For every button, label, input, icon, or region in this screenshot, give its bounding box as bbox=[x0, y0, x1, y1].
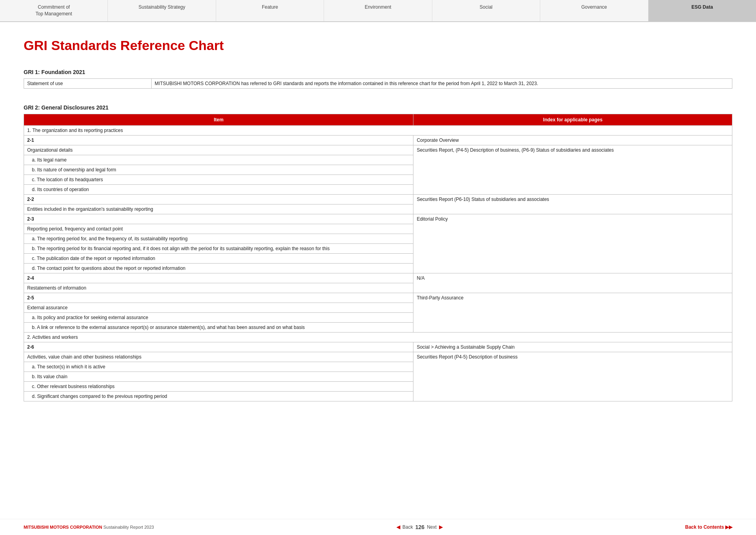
gri1-statement-text: MITSUBISHI MOTORS CORPORATION has referr… bbox=[151, 78, 732, 88]
row-item: 2-4 bbox=[24, 273, 413, 283]
nav-sustainability-strategy[interactable]: Sustainability Strategy bbox=[108, 0, 216, 21]
gri2-col-item-header: Item bbox=[24, 114, 413, 125]
gri1-statement-label: Statement of use bbox=[24, 78, 152, 88]
nav-feature[interactable]: Feature bbox=[216, 0, 324, 21]
report-name: Sustainability Report 2023 bbox=[104, 525, 154, 529]
row-index: Securities Report, (P4-5) Description of… bbox=[413, 145, 732, 194]
gri1-table: Statement of use MITSUBISHI MOTORS CORPO… bbox=[24, 78, 732, 89]
row-item: Reporting period, frequency and contact … bbox=[24, 224, 413, 234]
row-item: External assurance bbox=[24, 303, 413, 312]
nav-esg-data[interactable]: ESG Data bbox=[649, 0, 756, 21]
gri2-col-index-header: Index for applicable pages bbox=[413, 114, 732, 125]
row-item: a. The reporting period for, and the fre… bbox=[24, 234, 413, 243]
table-row: 2-2Securities Report (P6-10) Status of s… bbox=[24, 194, 732, 204]
row-item: d. Its countries of operation bbox=[24, 184, 413, 194]
nav-environment[interactable]: Environment bbox=[324, 0, 432, 21]
nav-commitment[interactable]: Commitment ofTop Management bbox=[0, 0, 108, 21]
row-index: Social > Achieving a Sustainable Supply … bbox=[413, 342, 732, 352]
back-label[interactable]: Back bbox=[402, 524, 413, 530]
row-item: Organizational details bbox=[24, 145, 413, 155]
gri2-table: Item Index for applicable pages 1. The o… bbox=[24, 114, 732, 401]
row-item: 2-5 bbox=[24, 293, 413, 303]
gri1-statement-row: Statement of use MITSUBISHI MOTORS CORPO… bbox=[24, 78, 732, 88]
row-item: b. The reporting period for its financia… bbox=[24, 243, 413, 253]
top-navigation: Commitment ofTop Management Sustainabili… bbox=[0, 0, 756, 22]
table-row: 2. Activities and workers bbox=[24, 332, 732, 342]
table-row: 2-5Third-Party Assurance bbox=[24, 293, 732, 303]
row-index: Corporate Overview bbox=[413, 135, 732, 145]
gri1-section: GRI 1: Foundation 2021 Statement of use … bbox=[24, 69, 732, 89]
row-item: d. Significant changes compared to the p… bbox=[24, 391, 413, 401]
row-item: b. A link or reference to the external a… bbox=[24, 322, 413, 332]
row-item: a. The sector(s) in which it is active bbox=[24, 362, 413, 372]
row-item: 2-1 bbox=[24, 135, 413, 145]
footer-brand: MITSUBISHI MOTORS CORPORATION Sustainabi… bbox=[24, 525, 154, 529]
row-item: 2-6 bbox=[24, 342, 413, 352]
row-index: Editorial Policy bbox=[413, 214, 732, 273]
table-row: 2-6Social > Achieving a Sustainable Supp… bbox=[24, 342, 732, 352]
next-label[interactable]: Next bbox=[427, 524, 437, 530]
row-item: Restatements of information bbox=[24, 283, 413, 293]
gri2-header-row: Item Index for applicable pages bbox=[24, 114, 732, 125]
row-item: a. Its policy and practice for seeking e… bbox=[24, 312, 413, 322]
next-arrow-icon[interactable]: ▶ bbox=[439, 524, 443, 530]
table-row: 2-3Editorial Policy bbox=[24, 214, 732, 224]
row-item: c. Other relevant business relationships bbox=[24, 381, 413, 391]
table-row: 2-1Corporate Overview bbox=[24, 135, 732, 145]
gri1-heading: GRI 1: Foundation 2021 bbox=[24, 69, 732, 75]
row-item: Activities, value chain and other busine… bbox=[24, 352, 413, 362]
row-item: c. The publication date of the report or… bbox=[24, 253, 413, 263]
row-index: Securities Report (P4-5) Description of … bbox=[413, 352, 732, 401]
row-item: b. Its value chain bbox=[24, 372, 413, 381]
brand-name: MITSUBISHI MOTORS CORPORATION bbox=[24, 525, 102, 529]
row-item: a. Its legal name bbox=[24, 155, 413, 165]
row-item: c. The location of its headquarters bbox=[24, 175, 413, 184]
table-row: 2-4N/A bbox=[24, 273, 732, 283]
back-arrow-icon[interactable]: ◀ bbox=[397, 524, 400, 530]
row-index: Third-Party Assurance bbox=[413, 293, 732, 332]
row-item: 2-2 bbox=[24, 194, 413, 204]
page-footer: MITSUBISHI MOTORS CORPORATION Sustainabi… bbox=[0, 519, 756, 535]
row-item: b. Its nature of ownership and legal for… bbox=[24, 165, 413, 175]
row-item: d. The contact point for questions about… bbox=[24, 263, 413, 273]
nav-governance[interactable]: Governance bbox=[540, 0, 648, 21]
gri2-section: GRI 2: General Disclosures 2021 Item Ind… bbox=[24, 104, 732, 401]
footer-navigation: ◀ Back 126 Next ▶ bbox=[397, 524, 443, 530]
table-row: Activities, value chain and other busine… bbox=[24, 352, 732, 362]
row-index: Securities Report (P6-10) Status of subs… bbox=[413, 194, 732, 214]
nav-social[interactable]: Social bbox=[432, 0, 540, 21]
row-item: 2-3 bbox=[24, 214, 413, 224]
page-number: 126 bbox=[415, 524, 424, 530]
back-to-contents[interactable]: Back to Contents ▶▶ bbox=[685, 524, 732, 530]
gri2-heading: GRI 2: General Disclosures 2021 bbox=[24, 104, 732, 111]
row-item: Entities included in the organization's … bbox=[24, 204, 413, 214]
table-row: 1. The organization and its reporting pr… bbox=[24, 125, 732, 135]
row-item-full: 1. The organization and its reporting pr… bbox=[24, 125, 732, 135]
page-title: GRI Standards Reference Chart bbox=[24, 38, 732, 53]
row-index: N/A bbox=[413, 273, 732, 293]
table-row: Organizational detailsSecurities Report,… bbox=[24, 145, 732, 155]
row-item-full: 2. Activities and workers bbox=[24, 332, 732, 342]
main-content: GRI Standards Reference Chart GRI 1: Fou… bbox=[0, 22, 756, 449]
